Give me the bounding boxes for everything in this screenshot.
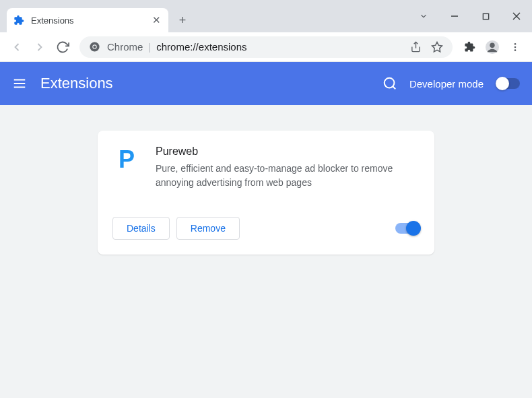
puzzle-icon — [13, 15, 24, 26]
extension-card: P Pureweb Pure, efficient and easy-to-ma… — [98, 131, 434, 255]
omnibox-separator: | — [148, 41, 151, 53]
menu-icon[interactable] — [504, 36, 527, 59]
reload-button[interactable] — [51, 36, 74, 59]
forward-button[interactable] — [28, 36, 51, 59]
svg-point-6 — [93, 45, 96, 48]
extensions-content: P Pureweb Pure, efficient and easy-to-ma… — [0, 105, 532, 398]
maximize-button[interactable] — [470, 5, 501, 27]
chrome-icon — [89, 41, 100, 53]
extension-name: Pureweb — [156, 145, 420, 158]
browser-tab[interactable]: Extensions ✕ — [7, 8, 168, 32]
browser-toolbar: Chrome | chrome://extensions — [0, 32, 532, 62]
profile-icon[interactable] — [481, 36, 504, 59]
svg-point-12 — [514, 46, 517, 48]
extensions-icon[interactable] — [458, 36, 481, 59]
svg-marker-8 — [432, 42, 442, 51]
share-icon[interactable] — [410, 41, 422, 53]
omnibox-prefix: Chrome — [107, 41, 143, 53]
tab-title: Extensions — [31, 15, 151, 26]
page-title: Extensions — [40, 75, 113, 92]
developer-mode-toggle[interactable] — [496, 78, 520, 89]
remove-button[interactable]: Remove — [176, 217, 240, 240]
svg-line-18 — [393, 86, 395, 89]
close-window-button[interactable] — [501, 5, 532, 27]
extension-icon: P — [112, 145, 141, 174]
bookmark-star-icon[interactable] — [431, 41, 443, 53]
new-tab-button[interactable]: + — [172, 10, 193, 30]
minimize-button[interactable] — [439, 5, 470, 27]
svg-point-13 — [514, 49, 517, 51]
svg-point-17 — [385, 78, 395, 88]
chevron-down-icon[interactable] — [408, 5, 439, 27]
extension-description: Pure, efficient and easy-to-manage ad bl… — [156, 162, 420, 190]
close-icon[interactable]: ✕ — [151, 15, 162, 26]
address-bar[interactable]: Chrome | chrome://extensions — [79, 36, 453, 58]
extension-enable-toggle[interactable] — [395, 223, 420, 234]
search-icon[interactable] — [383, 76, 397, 91]
back-button[interactable] — [5, 36, 28, 59]
details-button[interactable]: Details — [112, 217, 170, 240]
svg-rect-1 — [483, 13, 488, 19]
window-titlebar: Extensions ✕ + — [0, 0, 532, 32]
svg-point-10 — [490, 42, 494, 47]
omnibox-url: chrome://extensions — [156, 41, 246, 53]
extensions-header: Extensions Developer mode — [0, 62, 532, 105]
hamburger-icon[interactable] — [12, 76, 27, 91]
developer-mode-label: Developer mode — [409, 78, 484, 90]
svg-point-11 — [514, 43, 517, 45]
